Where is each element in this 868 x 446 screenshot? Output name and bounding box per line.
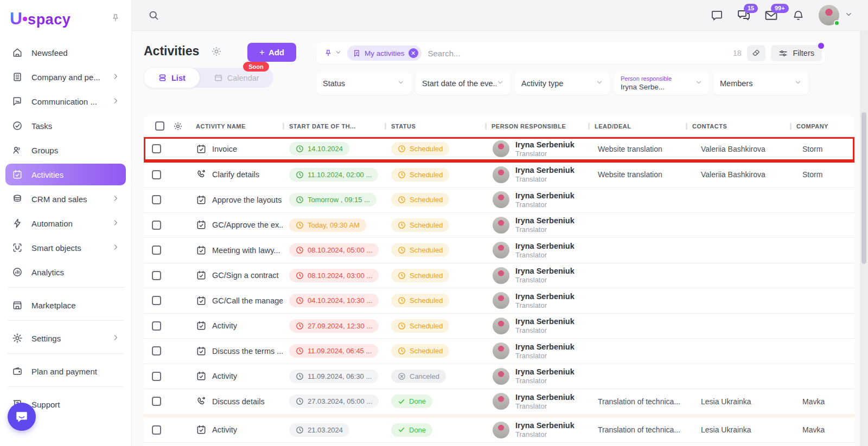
sidebar-item-settings[interactable]: Settings [5,327,126,349]
table-row[interactable]: GC/Call the manager 04.10.2024, 10:30 ..… [144,288,854,314]
user-menu[interactable] [819,5,853,25]
filter-dropdown-person-responsible[interactable]: Person responsible Iryna Serbe... [614,72,709,95]
person-name: Iryna Serbeniuk [515,342,575,352]
tab-calendar-view[interactable]: Calendar Soon [200,68,273,88]
support-chat-button[interactable] [8,403,36,431]
lead-deal[interactable]: Website translation [588,170,686,179]
column-header-company[interactable]: Company [790,123,854,130]
activity-name: GC/Sign a contract [212,271,279,280]
table-row[interactable]: Discuss details 27.03.2024, 05:00 ... Do… [144,389,854,415]
company[interactable]: Mavka [790,425,854,434]
calendar-icon [196,219,207,230]
table-row[interactable]: Activity 21.03.2024 Done Iryna Serbeniuk… [144,415,854,443]
activities-table: Activity nameStart date of th...StatusPe… [144,115,854,446]
sidebar-item-activities[interactable]: Activities [5,164,126,185]
row-checkbox[interactable] [152,346,161,355]
comments-icon[interactable] [711,9,723,22]
my-activities-filter-chip[interactable]: My activities ✕ [347,46,422,61]
table-row[interactable]: Activity 11.09.2024, 06:30 ... Canceled … [144,364,854,390]
chip-close-icon[interactable]: ✕ [409,48,418,58]
table-settings-gear-icon[interactable] [169,121,189,131]
row-checkbox[interactable] [152,425,161,435]
contact[interactable]: Valeriia Bashkirova [686,145,790,153]
tab-list-view[interactable]: List [144,68,200,88]
saved-filters-pin-button[interactable] [316,48,347,58]
add-activity-button[interactable]: + Add [247,43,296,62]
row-checkbox[interactable] [152,245,161,255]
table-row[interactable]: GC/Sign a contract 08.10.2024, 03:00 ...… [144,263,854,289]
home-icon [12,47,24,58]
row-checkbox[interactable] [152,144,161,153]
table-row[interactable]: Meeting with lawy... 08.10.2024, 05:00 .… [144,238,854,263]
sidebar-item-crm-and-sales[interactable]: CRM and sales [5,188,126,210]
contact[interactable]: Valeriia Bashkirova [686,170,790,179]
sidebar-pin-icon[interactable] [111,13,120,25]
row-checkbox[interactable] [152,296,161,305]
mail-icon[interactable]: 99+ [764,9,778,22]
topbar-actions: 15 99+ [711,5,868,25]
scrollbar-thumb[interactable] [861,112,866,264]
row-checkbox[interactable] [152,372,161,381]
sidebar-item-plan-and-payment[interactable]: Plan and payment [5,360,126,382]
person-avatar [493,242,509,258]
calendar-icon [214,73,223,82]
page-settings-gear-icon[interactable] [211,46,222,57]
table-row[interactable]: Discuss the terms ... 11.09.2024, 06:45 … [144,339,854,364]
activity-name: Activity [212,425,237,434]
table-row[interactable]: Approve the layouts Tomorrow , 09:15 ...… [144,188,854,213]
column-header-person-responsible[interactable]: Person responsible [485,123,588,130]
search-input[interactable] [422,49,733,58]
filter-dropdown-members[interactable]: Members [713,72,808,95]
row-checkbox[interactable] [152,170,161,179]
column-header-activity-name[interactable]: Activity name [189,123,283,130]
row-checkbox[interactable] [152,221,161,230]
global-search-icon[interactable] [148,10,159,21]
notifications-bell-icon[interactable] [792,9,805,22]
company[interactable]: Storm [790,145,854,153]
table-row[interactable]: GC/Approve the ex... Today, 09:30 AM Sch… [144,213,854,238]
sidebar-item-communication[interactable]: Communication ... [5,91,126,112]
person-avatar [493,166,509,183]
sidebar-item-newsfeed[interactable]: Newsfeed [5,42,126,63]
row-checkbox[interactable] [152,195,161,204]
column-header-lead-deal[interactable]: Lead/deal [588,123,686,130]
clock-icon [296,196,304,204]
clear-search-eraser-button[interactable] [747,45,765,61]
company[interactable]: Mavka [790,397,854,406]
sidebar-item-automation[interactable]: Automation [5,212,126,234]
sidebar-item-smart-objects[interactable]: Smart objects [5,237,126,258]
select-all-checkbox[interactable] [155,121,164,131]
contact[interactable]: Lesia Ukrainka [686,425,790,434]
filter-dropdown-status[interactable]: Status [316,72,411,95]
sidebar-item-groups[interactable]: Groups [5,139,126,161]
table-row[interactable]: Activity 27.09.2024, 12:30 ... Scheduled… [144,314,854,339]
column-header-start-date-of-th[interactable]: Start date of th... [283,123,385,130]
company[interactable]: Storm [790,170,854,179]
filters-button[interactable]: Filters [771,45,822,61]
filter-dropdown-activity-type[interactable]: Activity type [515,72,610,95]
person-role: Translator [515,225,575,234]
filter-dropdown-start-date-of-the-eve[interactable]: Start date of the eve... [416,72,510,95]
eraser-icon [752,49,761,57]
sidebar-item-company-and-pe[interactable]: Company and pe... [5,66,126,88]
check-icon [398,426,405,434]
sidebar-item-marketplace[interactable]: Marketplace [5,294,126,316]
uspacy-logo[interactable]: U spacy [10,9,71,29]
row-checkbox[interactable] [152,397,161,406]
sidebar-item-analytics[interactable]: Analytics [5,261,126,283]
lead-deal[interactable]: Translation of technica... [588,425,686,434]
row-checkbox[interactable] [152,321,161,331]
sidebar-item-tasks[interactable]: Tasks [5,115,126,137]
chats-icon[interactable]: 15 [737,9,750,22]
table-row[interactable]: Clarify details 11.10.2024, 02:00 ... Sc… [144,163,854,188]
user-menu-chevron-icon [845,10,853,21]
row-checkbox[interactable] [152,271,161,280]
column-header-status[interactable]: Status [385,123,485,130]
filter-row: Status Start date of the eve... Activity… [316,72,808,95]
table-row-highlighted[interactable]: Invoice 14.10.2024 Scheduled Iryna Serbe… [144,137,854,163]
column-header-contacts[interactable]: Contacts [686,123,790,130]
contact[interactable]: Lesia Ukrainka [686,397,790,406]
lead-deal[interactable]: Website translation [588,145,686,153]
clock-icon [296,221,304,229]
lead-deal[interactable]: Translation of technica... [588,397,686,406]
